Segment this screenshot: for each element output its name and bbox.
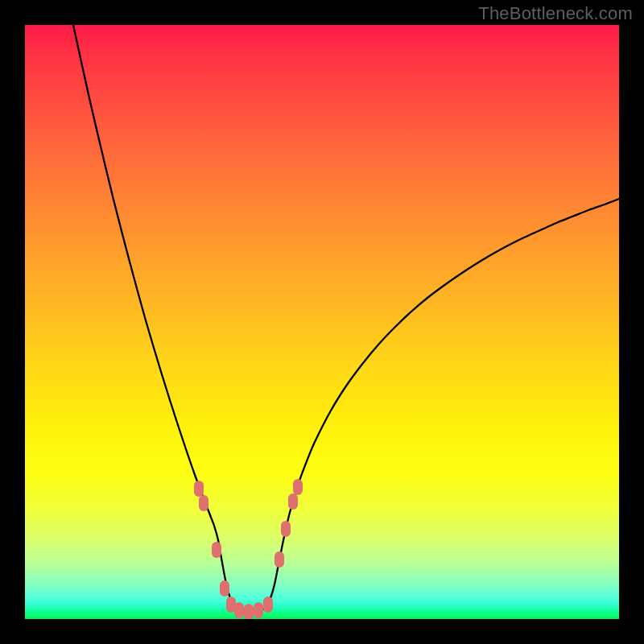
plot-area xyxy=(25,25,619,619)
marker-point xyxy=(293,479,303,495)
marker-point xyxy=(212,542,221,558)
chart-svg xyxy=(25,25,619,619)
marker-point xyxy=(254,602,263,618)
marker-point xyxy=(281,521,291,537)
marker-point xyxy=(234,602,244,618)
watermark-text: TheBottleneck.com xyxy=(478,3,633,24)
marker-point xyxy=(220,580,229,597)
marker-point xyxy=(275,551,284,568)
marker-point xyxy=(288,493,298,510)
outer-frame: TheBottleneck.com xyxy=(0,0,644,644)
marker-point xyxy=(199,495,208,511)
marker-point xyxy=(263,597,273,613)
curve xyxy=(73,25,619,612)
marker-point xyxy=(194,481,204,497)
marker-point xyxy=(244,604,254,619)
markers-group xyxy=(194,479,303,619)
